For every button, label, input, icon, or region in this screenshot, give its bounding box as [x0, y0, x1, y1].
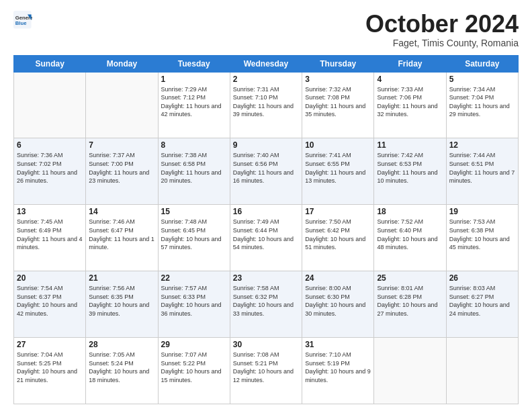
day-info: Sunrise: 7:52 AMSunset: 6:40 PMDaylight:… — [377, 218, 443, 251]
table-row: 21Sunrise: 7:56 AMSunset: 6:35 PMDayligh… — [86, 271, 158, 338]
day-number: 23 — [233, 273, 299, 283]
day-number: 16 — [233, 207, 299, 216]
day-info: Sunrise: 7:50 AMSunset: 6:42 PMDaylight:… — [305, 218, 371, 251]
calendar-week-row: 1Sunrise: 7:29 AMSunset: 7:12 PMDaylight… — [14, 72, 519, 138]
table-row: 27Sunrise: 7:04 AMSunset: 5:25 PMDayligh… — [14, 338, 86, 404]
table-row: 23Sunrise: 7:58 AMSunset: 6:32 PMDayligh… — [230, 271, 302, 338]
table-row: 9Sunrise: 7:40 AMSunset: 6:56 PMDaylight… — [230, 138, 302, 205]
col-tuesday: Tuesday — [158, 55, 230, 72]
table-row: 15Sunrise: 7:48 AMSunset: 6:45 PMDayligh… — [158, 205, 230, 271]
calendar-table: Sunday Monday Tuesday Wednesday Thursday… — [13, 55, 519, 404]
subtitle: Faget, Timis County, Romania — [365, 38, 519, 48]
table-row: 13Sunrise: 7:45 AMSunset: 6:49 PMDayligh… — [14, 205, 86, 271]
table-row: 14Sunrise: 7:46 AMSunset: 6:47 PMDayligh… — [86, 205, 158, 271]
col-monday: Monday — [86, 55, 158, 72]
day-info: Sunrise: 7:54 AMSunset: 6:37 PMDaylight:… — [17, 284, 83, 318]
day-number: 26 — [449, 273, 515, 283]
table-row: 20Sunrise: 7:54 AMSunset: 6:37 PMDayligh… — [14, 271, 86, 338]
day-info: Sunrise: 7:36 AMSunset: 7:02 PMDaylight:… — [17, 151, 83, 185]
day-info: Sunrise: 7:08 AMSunset: 5:21 PMDaylight:… — [233, 351, 299, 384]
table-row: 22Sunrise: 7:57 AMSunset: 6:33 PMDayligh… — [158, 271, 230, 338]
table-row: 1Sunrise: 7:29 AMSunset: 7:12 PMDaylight… — [158, 72, 230, 138]
day-number: 21 — [89, 273, 154, 283]
day-info: Sunrise: 7:46 AMSunset: 6:47 PMDaylight:… — [89, 218, 154, 251]
day-info: Sunrise: 7:57 AMSunset: 6:33 PMDaylight:… — [161, 284, 227, 318]
table-row: 11Sunrise: 7:42 AMSunset: 6:53 PMDayligh… — [374, 138, 446, 205]
table-row: 4Sunrise: 7:33 AMSunset: 7:06 PMDaylight… — [374, 72, 446, 138]
table-row — [86, 72, 158, 138]
table-row: 19Sunrise: 7:53 AMSunset: 6:38 PMDayligh… — [446, 205, 518, 271]
day-info: Sunrise: 7:44 AMSunset: 6:51 PMDaylight:… — [449, 151, 515, 185]
day-number: 27 — [17, 340, 83, 349]
day-number: 22 — [161, 273, 227, 283]
day-number: 4 — [377, 75, 443, 84]
day-number: 6 — [17, 140, 83, 150]
day-info: Sunrise: 7:45 AMSunset: 6:49 PMDaylight:… — [17, 218, 83, 251]
day-info: Sunrise: 7:33 AMSunset: 7:06 PMDaylight:… — [377, 85, 443, 119]
table-row — [374, 338, 446, 404]
day-number: 18 — [377, 207, 443, 216]
day-info: Sunrise: 7:31 AMSunset: 7:10 PMDaylight:… — [233, 85, 299, 119]
day-info: Sunrise: 7:29 AMSunset: 7:12 PMDaylight:… — [161, 85, 227, 119]
day-number: 28 — [89, 340, 154, 349]
table-row: 3Sunrise: 7:32 AMSunset: 7:08 PMDaylight… — [302, 72, 374, 138]
table-row — [14, 72, 86, 138]
page: General Blue October 2024 Faget, Timis C… — [0, 0, 532, 411]
title-area: October 2024 Faget, Timis County, Romani… — [365, 11, 519, 48]
day-number: 29 — [161, 340, 227, 349]
table-row: 16Sunrise: 7:49 AMSunset: 6:44 PMDayligh… — [230, 205, 302, 271]
day-info: Sunrise: 7:10 AMSunset: 5:19 PMDaylight:… — [305, 351, 371, 384]
day-info: Sunrise: 7:56 AMSunset: 6:35 PMDaylight:… — [89, 284, 154, 318]
day-number: 2 — [233, 75, 299, 84]
day-info: Sunrise: 7:42 AMSunset: 6:53 PMDaylight:… — [377, 151, 443, 185]
day-info: Sunrise: 7:38 AMSunset: 6:58 PMDaylight:… — [161, 151, 227, 185]
table-row: 12Sunrise: 7:44 AMSunset: 6:51 PMDayligh… — [446, 138, 518, 205]
day-number: 8 — [161, 140, 227, 150]
day-info: Sunrise: 7:05 AMSunset: 5:24 PMDaylight:… — [89, 351, 154, 384]
table-row — [446, 338, 518, 404]
col-wednesday: Wednesday — [230, 55, 302, 72]
day-number: 19 — [449, 207, 515, 216]
logo: General Blue — [13, 11, 32, 30]
table-row: 29Sunrise: 7:07 AMSunset: 5:22 PMDayligh… — [158, 338, 230, 404]
day-info: Sunrise: 7:32 AMSunset: 7:08 PMDaylight:… — [305, 85, 371, 119]
table-row: 24Sunrise: 8:00 AMSunset: 6:30 PMDayligh… — [302, 271, 374, 338]
table-row: 18Sunrise: 7:52 AMSunset: 6:40 PMDayligh… — [374, 205, 446, 271]
day-info: Sunrise: 7:37 AMSunset: 7:00 PMDaylight:… — [89, 151, 154, 185]
day-number: 20 — [17, 273, 83, 283]
day-number: 3 — [305, 75, 371, 84]
day-info: Sunrise: 7:58 AMSunset: 6:32 PMDaylight:… — [233, 284, 299, 318]
day-number: 1 — [161, 75, 227, 84]
svg-text:Blue: Blue — [15, 20, 27, 26]
day-info: Sunrise: 8:03 AMSunset: 6:27 PMDaylight:… — [449, 284, 515, 318]
day-info: Sunrise: 8:01 AMSunset: 6:28 PMDaylight:… — [377, 284, 443, 318]
day-number: 13 — [17, 207, 83, 216]
table-row: 7Sunrise: 7:37 AMSunset: 7:00 PMDaylight… — [86, 138, 158, 205]
day-number: 24 — [305, 273, 371, 283]
calendar-week-row: 27Sunrise: 7:04 AMSunset: 5:25 PMDayligh… — [14, 338, 519, 404]
day-number: 17 — [305, 207, 371, 216]
day-number: 5 — [449, 75, 515, 84]
day-number: 25 — [377, 273, 443, 283]
month-title: October 2024 — [365, 11, 519, 38]
table-row: 28Sunrise: 7:05 AMSunset: 5:24 PMDayligh… — [86, 338, 158, 404]
day-number: 9 — [233, 140, 299, 150]
day-info: Sunrise: 7:07 AMSunset: 5:22 PMDaylight:… — [161, 351, 227, 384]
day-info: Sunrise: 7:34 AMSunset: 7:04 PMDaylight:… — [449, 85, 515, 119]
table-row: 25Sunrise: 8:01 AMSunset: 6:28 PMDayligh… — [374, 271, 446, 338]
header: General Blue October 2024 Faget, Timis C… — [13, 11, 519, 48]
day-info: Sunrise: 8:00 AMSunset: 6:30 PMDaylight:… — [305, 284, 371, 318]
day-info: Sunrise: 7:40 AMSunset: 6:56 PMDaylight:… — [233, 151, 299, 185]
day-number: 15 — [161, 207, 227, 216]
day-number: 10 — [305, 140, 371, 150]
calendar-week-row: 13Sunrise: 7:45 AMSunset: 6:49 PMDayligh… — [14, 205, 519, 271]
day-number: 7 — [89, 140, 154, 150]
col-sunday: Sunday — [14, 55, 86, 72]
calendar-week-row: 6Sunrise: 7:36 AMSunset: 7:02 PMDaylight… — [14, 138, 519, 205]
day-number: 11 — [377, 140, 443, 150]
day-info: Sunrise: 7:49 AMSunset: 6:44 PMDaylight:… — [233, 218, 299, 251]
day-number: 30 — [233, 340, 299, 349]
table-row: 2Sunrise: 7:31 AMSunset: 7:10 PMDaylight… — [230, 72, 302, 138]
col-saturday: Saturday — [446, 55, 518, 72]
col-friday: Friday — [374, 55, 446, 72]
